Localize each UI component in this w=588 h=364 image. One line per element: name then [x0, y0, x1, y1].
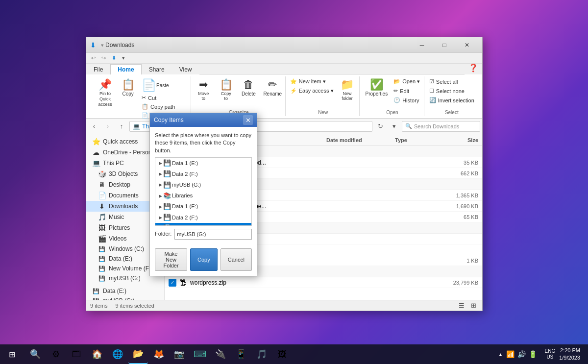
tree-icon-myusb-sel: 💾	[163, 224, 170, 226]
taskbar-firefox[interactable]: 🦊	[149, 344, 169, 364]
taskbar-search[interactable]: 🔍	[25, 344, 45, 364]
taskbar-vscode[interactable]: ⌨	[190, 344, 210, 364]
taskbar-app[interactable]: 🖼	[272, 344, 292, 364]
taskbar-systray: ▲ 📶 🔊 🔋	[494, 350, 541, 358]
systray-network[interactable]: 📶	[506, 350, 514, 358]
tree-arrow-myusb-sel: ▶	[157, 225, 163, 226]
tree-icon-data1e2: 💾	[163, 202, 170, 211]
tree-item-data1e2[interactable]: ▶ 💾 Data 1 (E:)	[155, 201, 251, 212]
taskbar-clock[interactable]: 2:20 PM 1/9/2023	[559, 347, 584, 362]
taskbar-explorer[interactable]: 📂	[128, 344, 148, 364]
taskbar-icons: 🔍 ⚙ 🗔 🏠 🌐 📂 🦊 📷 ⌨ 🔌 📱 🎵 🖼	[24, 344, 494, 364]
tree-item-data2f2[interactable]: ▶ 💾 Data 2 (F:)	[155, 212, 251, 223]
folder-label: Folder:	[155, 230, 172, 238]
taskbar-phone[interactable]: 📱	[231, 344, 251, 364]
copy-items-dialog: Copy Items ✕ Select the place where you …	[149, 113, 257, 276]
systray-battery[interactable]: 🔋	[529, 350, 537, 358]
tree-icon-data2f2: 💾	[163, 213, 170, 222]
tree-item-data1e[interactable]: ▶ 💾 Data 1 (E:)	[155, 158, 251, 169]
dialog-overlay: Copy Items ✕ Select the place where you …	[0, 0, 588, 364]
desktop: ⬇ ▾ Downloads ─ □ ✕ ↩ ↪ ⬇ ▾ File Home Sh…	[0, 0, 588, 364]
tree-item-myusb-selected[interactable]: ▶ 💾 myUSB (G:)	[155, 223, 251, 226]
dialog-buttons: Make New Folder Copy Cancel	[150, 244, 257, 276]
taskbar-task-view[interactable]: 🗔	[67, 344, 86, 364]
tree-icon-myusb1: 💾	[163, 181, 170, 190]
folder-input[interactable]	[174, 229, 252, 240]
tree-arrow-data1e: ▶	[157, 160, 163, 167]
taskbar-git[interactable]: 🔌	[211, 344, 230, 364]
tree-arrow-data2f: ▶	[157, 171, 163, 177]
tree-item-myusb1[interactable]: ▶ 💾 myUSB (G:)	[155, 180, 251, 191]
taskbar-widgets[interactable]: 🏠	[87, 344, 107, 364]
dialog-close-button[interactable]: ✕	[243, 115, 253, 125]
taskbar-camera[interactable]: 📷	[170, 344, 189, 364]
cancel-dialog-button[interactable]: Cancel	[220, 248, 252, 271]
tree-arrow-data2f2: ▶	[157, 215, 163, 221]
dialog-tree[interactable]: ▶ 💾 Data 1 (E:) ▶ 💾 Data 2 (F:) ▶ 💾	[155, 157, 252, 226]
taskbar-lang[interactable]: ENGUS	[541, 348, 560, 360]
tree-arrow-libraries: ▶	[157, 193, 163, 199]
taskbar-edge[interactable]: 🌐	[108, 344, 127, 364]
systray-arrow[interactable]: ▲	[498, 352, 503, 357]
dialog-title: Copy Items	[154, 117, 243, 123]
clock-time: 2:20 PM	[559, 347, 580, 354]
tree-arrow-data1e2: ▶	[157, 204, 163, 210]
make-new-folder-button[interactable]: Make New Folder	[155, 248, 187, 271]
tree-icon-data2f: 💾	[163, 170, 170, 178]
taskbar-media[interactable]: 🎵	[252, 344, 271, 364]
dialog-body: Select the place where you want to copy …	[150, 127, 257, 244]
clock-date: 1/9/2023	[559, 354, 580, 362]
taskbar: ⊞ 🔍 ⚙ 🗔 🏠 🌐 📂 🦊 📷 ⌨ 🔌 📱 🎵 🖼 ▲ 📶 🔊 🔋 ENGU…	[0, 344, 588, 364]
dialog-title-bar: Copy Items ✕	[150, 113, 257, 127]
systray-volume[interactable]: 🔊	[517, 350, 526, 358]
tree-item-libraries[interactable]: ▶ 📚 Libraries	[155, 191, 251, 201]
copy-dialog-button[interactable]: Copy	[190, 248, 218, 271]
tree-arrow-myusb1: ▶	[157, 182, 163, 188]
taskbar-settings[interactable]: ⚙	[46, 344, 66, 364]
start-button[interactable]: ⊞	[0, 344, 24, 364]
dialog-description: Select the place where you want to copy …	[155, 132, 252, 154]
tree-icon-data1e: 💾	[163, 159, 170, 168]
tree-item-data2f[interactable]: ▶ 💾 Data 2 (F:)	[155, 169, 251, 179]
tree-icon-libraries: 📚	[163, 192, 170, 200]
